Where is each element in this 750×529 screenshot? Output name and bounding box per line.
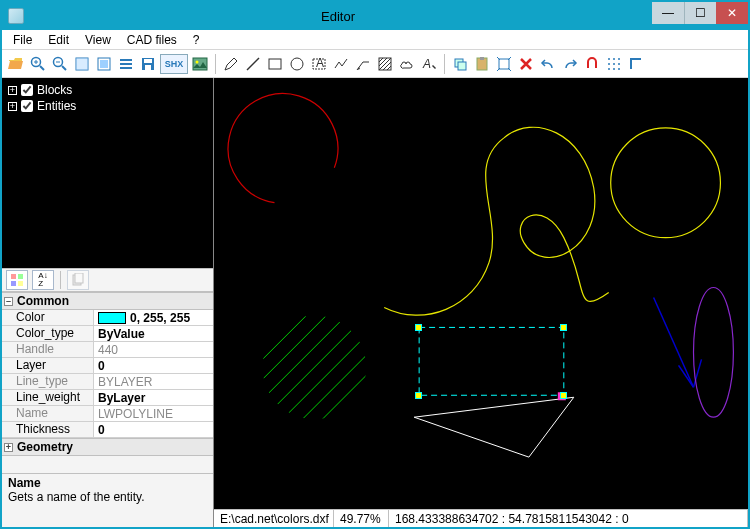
zoom-in-button[interactable]: [28, 54, 48, 74]
categorize-button[interactable]: [6, 270, 28, 290]
cloud-tool-button[interactable]: [397, 54, 417, 74]
maximize-button[interactable]: ☐: [684, 2, 716, 24]
close-button[interactable]: ✕: [716, 2, 748, 24]
tree-node-blocks[interactable]: + Blocks: [8, 82, 207, 98]
prop-value: 440: [94, 342, 213, 357]
svg-line-45: [245, 288, 395, 438]
svg-point-36: [618, 68, 620, 70]
category-geometry[interactable]: + Geometry: [2, 438, 213, 456]
toolbar-separator: [215, 54, 216, 74]
text-tool-button[interactable]: A: [309, 54, 329, 74]
expand-icon[interactable]: +: [8, 102, 17, 111]
menu-cadfiles[interactable]: CAD files: [120, 32, 184, 48]
selection-handle[interactable]: [415, 392, 422, 399]
selection-handle[interactable]: [560, 324, 567, 331]
prop-name: Name: [2, 406, 94, 421]
svg-line-49: [225, 268, 375, 418]
image-button[interactable]: [190, 54, 210, 74]
layers-button[interactable]: [116, 54, 136, 74]
tree-panel[interactable]: + Blocks + Entities: [2, 78, 213, 268]
leader-tool-button[interactable]: [353, 54, 373, 74]
toggle-b-button[interactable]: [94, 54, 114, 74]
prop-value[interactable]: 0, 255, 255: [94, 310, 213, 325]
collapse-icon[interactable]: –: [4, 297, 13, 306]
menu-file[interactable]: File: [6, 32, 39, 48]
shx-button[interactable]: SHX: [160, 54, 188, 74]
prop-row-lineweight[interactable]: Line_weight ByLayer: [2, 390, 213, 406]
svg-rect-27: [499, 59, 509, 69]
titlebar[interactable]: Editor — ☐ ✕: [2, 2, 748, 30]
svg-point-18: [291, 58, 303, 70]
paste-button[interactable]: [472, 54, 492, 74]
expand-icon[interactable]: +: [8, 86, 17, 95]
mtext-tool-button[interactable]: A: [419, 54, 439, 74]
expand-icon[interactable]: +: [4, 443, 13, 452]
line-tool-button[interactable]: [243, 54, 263, 74]
tree-node-entities[interactable]: + Entities: [8, 98, 207, 114]
tree-checkbox-blocks[interactable]: [21, 84, 33, 96]
drawing-canvas[interactable]: [214, 78, 748, 509]
property-grid[interactable]: – Common Color 0, 255, 255 Color_type By…: [2, 292, 213, 473]
extents-button[interactable]: [494, 54, 514, 74]
svg-point-58: [694, 288, 734, 418]
prop-value[interactable]: 0: [94, 358, 213, 373]
toolbar-separator: [444, 54, 445, 74]
rect-tool-button[interactable]: [265, 54, 285, 74]
polyline-tool-button[interactable]: [331, 54, 351, 74]
svg-rect-37: [11, 274, 16, 279]
category-common[interactable]: – Common: [2, 292, 213, 310]
grid-button[interactable]: [604, 54, 624, 74]
prop-name: Color_type: [2, 326, 94, 341]
circle-tool-button[interactable]: [287, 54, 307, 74]
svg-point-35: [613, 68, 615, 70]
prop-value[interactable]: ByLayer: [94, 390, 213, 405]
selection-handle[interactable]: [560, 392, 567, 399]
prop-name: Color: [2, 310, 94, 325]
prop-row-layer[interactable]: Layer 0: [2, 358, 213, 374]
undo-button[interactable]: [538, 54, 558, 74]
svg-line-5: [62, 66, 66, 70]
open-file-button[interactable]: [6, 54, 26, 74]
snap-button[interactable]: [582, 54, 602, 74]
menu-edit[interactable]: Edit: [41, 32, 76, 48]
copy-button[interactable]: [450, 54, 470, 74]
status-path: E:\cad.net\colors.dxf: [214, 510, 334, 527]
delete-button[interactable]: [516, 54, 536, 74]
svg-point-29: [613, 58, 615, 60]
tree-checkbox-entities[interactable]: [21, 100, 33, 112]
prop-pages-button[interactable]: [67, 270, 89, 290]
window-title: Editor: [24, 9, 652, 24]
svg-line-54: [304, 347, 454, 497]
zoom-out-button[interactable]: [50, 54, 70, 74]
svg-point-15: [196, 60, 199, 63]
toolbar: SHX A A: [2, 50, 748, 78]
status-coords: 168.433388634702 : 54.7815811543042 : 0: [389, 510, 748, 527]
description-title: Name: [8, 476, 207, 490]
prop-name: Line_weight: [2, 390, 94, 405]
redo-button[interactable]: [560, 54, 580, 74]
menu-view[interactable]: View: [78, 32, 118, 48]
description-panel: Name Gets a name of the entity.: [2, 473, 213, 527]
menu-help[interactable]: ?: [186, 32, 207, 48]
canvas-panel: E:\cad.net\colors.dxf 49.77% 168.4333886…: [214, 78, 748, 527]
svg-rect-40: [18, 281, 23, 286]
pencil-tool-button[interactable]: [221, 54, 241, 74]
svg-line-52: [284, 327, 434, 477]
description-text: Gets a name of the entity.: [8, 490, 207, 504]
minimize-button[interactable]: —: [652, 2, 684, 24]
prop-value[interactable]: ByValue: [94, 326, 213, 341]
prop-row-color[interactable]: Color 0, 255, 255: [2, 310, 213, 326]
prop-name: Layer: [2, 358, 94, 373]
toggle-a-button[interactable]: [72, 54, 92, 74]
svg-rect-38: [18, 274, 23, 279]
ortho-button[interactable]: [626, 54, 646, 74]
prop-row-colortype[interactable]: Color_type ByValue: [2, 326, 213, 342]
prop-row-thickness[interactable]: Thickness 0: [2, 422, 213, 438]
prop-value[interactable]: 0: [94, 422, 213, 437]
prop-name: Line_type: [2, 374, 94, 389]
svg-rect-59: [419, 327, 564, 395]
sort-az-button[interactable]: A↓Z: [32, 270, 54, 290]
selection-handle[interactable]: [415, 324, 422, 331]
save-button[interactable]: [138, 54, 158, 74]
hatch-tool-button[interactable]: [375, 54, 395, 74]
